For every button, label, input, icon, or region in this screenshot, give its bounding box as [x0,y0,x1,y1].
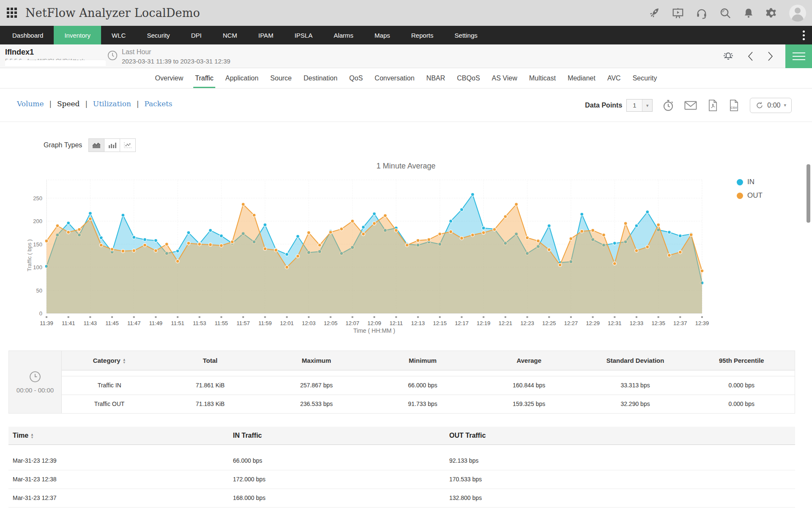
search-icon[interactable] [719,7,732,19]
nav-item-dpi[interactable]: DPI [181,26,212,44]
summary-cell: 91.733 bps [370,395,476,413]
summary-col-maximum[interactable]: Maximum [263,351,370,370]
summary-col-category[interactable]: Category▲▼ [62,351,157,370]
svg-text:12:31: 12:31 [608,320,622,326]
headset-icon[interactable] [695,7,708,19]
minute-traffic-section: Time▲▼IN TrafficOUT Traffic Mar-31-23 12… [8,427,795,508]
tab-application[interactable]: Application [219,68,264,88]
kebab-menu-icon[interactable] [798,26,809,44]
svg-text:50: 50 [36,287,42,294]
nav-item-ipsla[interactable]: IPSLA [284,26,323,44]
graph-type-bar-button[interactable] [104,138,120,152]
period-label[interactable]: Last Hour [122,48,151,56]
nav-item-ncm[interactable]: NCM [212,26,248,44]
tab-medianet[interactable]: Medianet [562,68,601,88]
app-title: NetFlow Analyzer LocalDemo [25,6,200,19]
summary-cell: 236.533 bps [263,395,370,413]
metric-link-packets[interactable]: Packets [144,99,172,108]
summary-col-minimum[interactable]: Minimum [370,351,476,370]
tab-source[interactable]: Source [264,68,298,88]
tab-conversation[interactable]: Conversation [369,68,420,88]
nav-item-security[interactable]: Security [136,26,180,44]
svg-text:12:21: 12:21 [499,320,513,326]
tab-as-view[interactable]: AS View [486,68,523,88]
summary-col-total[interactable]: Total [157,351,263,370]
svg-text:12:19: 12:19 [477,320,491,326]
nav-item-settings[interactable]: Settings [444,26,488,44]
time-col-time[interactable]: Time▲▼ [8,427,229,444]
tab-multicast[interactable]: Multicast [523,68,562,88]
alarm-bell-icon[interactable] [721,50,735,63]
summary-col-average[interactable]: Average [476,351,582,370]
apps-grid-icon[interactable] [7,8,18,19]
tab-overview[interactable]: Overview [149,68,189,88]
tab-qos[interactable]: QoS [343,68,369,88]
tab-avc[interactable]: AVC [601,68,627,88]
separator: | [49,100,52,108]
minute-traffic-table: Time▲▼IN TrafficOUT Traffic Mar-31-23 12… [8,427,795,508]
tab-cbqos[interactable]: CBQoS [451,68,486,88]
schedule-icon[interactable] [662,99,675,112]
summary-table: Category▲▼TotalMaximumMinimumAverageStan… [62,351,795,413]
chevron-down-icon: ▾ [784,102,786,108]
pdf-icon[interactable] [707,99,719,112]
nav-item-alarms[interactable]: Alarms [323,26,364,44]
interface-header: IfIndex1 5.5.5.6 - Aws/WS/CLOUD/Attack L… [0,44,812,68]
clock-icon [107,50,118,63]
nav-item-maps[interactable]: Maps [364,26,401,44]
summary-cell: Traffic OUT [62,395,157,413]
svg-text:11:59: 11:59 [258,320,272,326]
rocket-icon[interactable] [648,7,661,19]
time-col-out-traffic[interactable]: OUT Traffic [445,427,795,444]
data-points-select[interactable]: 1 ▾ [626,99,653,112]
email-icon[interactable] [684,99,697,112]
clock-icon [29,370,41,383]
traffic-area-chart[interactable]: 05010015020025011:3911:4111:4311:4511:47… [25,164,727,346]
svg-text:12:27: 12:27 [564,320,578,326]
time-col-in-traffic[interactable]: IN Traffic [229,427,445,444]
metric-link-volume[interactable]: Volume [17,99,44,108]
area-chart-icon [92,141,101,149]
interface-title: IfIndex1 [5,48,34,57]
graph-type-scatter-button[interactable] [120,138,136,152]
summary-cell: 0.000 bps [689,395,795,413]
nav-item-ipam[interactable]: IPAM [248,26,284,44]
vertical-scrollbar[interactable] [807,164,810,223]
hamburger-menu-icon[interactable] [785,44,812,68]
graph-type-area-button[interactable] [88,138,104,152]
separator: | [137,100,139,108]
svg-text:12:33: 12:33 [630,320,644,326]
svg-text:12:09: 12:09 [368,320,381,326]
time-cell: 172.000 bps [229,470,445,489]
bar-chart-icon [107,141,117,149]
summary-col-standard-deviation[interactable]: Standard Deviation [582,351,688,370]
summary-cell: 33.313 bps [582,376,688,395]
svg-text:200: 200 [33,218,42,224]
metric-link-speed[interactable]: Speed [57,99,80,108]
avatar[interactable] [789,5,806,22]
traffic-tabs: OverviewTrafficApplicationSourceDestinat… [0,68,812,88]
chevron-left-icon[interactable] [746,50,755,62]
metric-link-utilization[interactable]: Utilization [93,99,131,108]
spacer [62,370,795,376]
bell-icon[interactable] [743,7,754,19]
tab-security[interactable]: Security [627,68,663,88]
nav-item-dashboard[interactable]: Dashboard [2,26,54,44]
svg-text:11:53: 11:53 [193,320,206,326]
gear-icon[interactable] [765,7,778,19]
legend-item-in[interactable]: IN [737,178,763,186]
legend-item-out[interactable]: OUT [737,191,763,200]
nav-item-inventory[interactable]: Inventory [54,26,101,44]
separator: | [85,100,87,108]
presentation-icon[interactable] [672,7,684,19]
nav-item-reports[interactable]: Reports [401,26,444,44]
svg-text:12:03: 12:03 [302,320,316,326]
summary-col-95th-percentile[interactable]: 95th Percentile [689,351,795,370]
tab-destination[interactable]: Destination [298,68,343,88]
csv-icon[interactable]: CSV [728,99,740,112]
tab-nbar[interactable]: NBAR [420,68,451,88]
refresh-timer-button[interactable]: 0:00 ▾ [750,98,792,113]
nav-item-wlc[interactable]: WLC [101,26,136,44]
chevron-right-icon[interactable] [766,50,774,62]
tab-traffic[interactable]: Traffic [189,68,219,88]
